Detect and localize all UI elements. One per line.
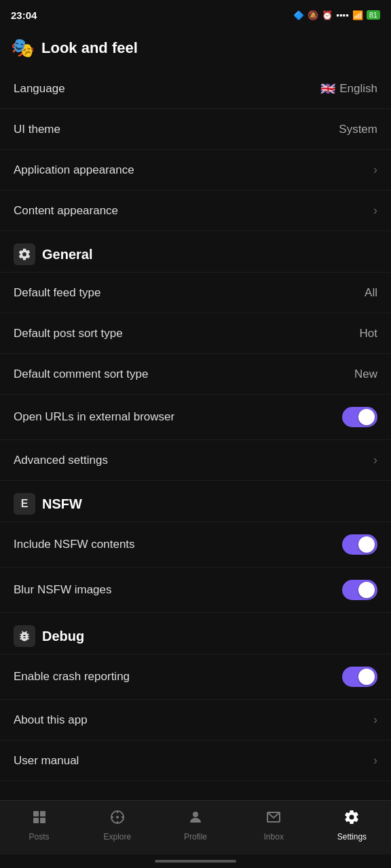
open-urls-row[interactable]: Open URLs in external browser [0,395,391,440]
settings-list: Language 🇬🇧 English UI theme System Appl… [0,68,391,800]
posts-label: Posts [29,832,50,842]
flag-icon: 🇬🇧 [320,81,335,96]
bottom-navigation: Posts Explore Profile [0,800,391,854]
open-urls-toggle[interactable] [342,407,377,427]
nsfw-section-icon: E [14,493,35,515]
nav-settings[interactable]: Settings [313,804,391,847]
default-feed-value: All [365,286,377,300]
crash-reporting-toggle[interactable] [342,667,377,687]
include-nsfw-toggle[interactable] [342,534,377,555]
default-post-sort-value: Hot [360,327,377,340]
profile-icon [187,809,204,829]
svg-rect-0 [33,811,39,816]
content-appearance-row[interactable]: Content appearance › [0,191,391,231]
include-nsfw-row[interactable]: Include NSFW contents [0,522,391,568]
ui-theme-value: System [339,123,377,136]
advanced-settings-label: Advanced settings [14,454,108,467]
about-app-label: About this app [14,713,88,727]
default-post-sort-label: Default post sort type [14,327,123,340]
home-bar [155,860,236,863]
alarm-icon: ⏰ [322,10,333,20]
app-appearance-row[interactable]: Application appearance › [0,150,391,191]
chevron-right-icon: › [373,753,377,768]
settings-icon [343,809,360,829]
status-bar: 23:04 🔷 🔕 ⏰ ▪▪▪▪ 📶 81 [0,0,391,30]
nsfw-section-header: E NSFW [0,481,391,522]
blur-nsfw-toggle[interactable] [342,580,377,600]
crash-reporting-row[interactable]: Enable crash reporting [0,654,391,700]
nav-profile[interactable]: Profile [156,804,234,847]
nsfw-section-title: NSFW [42,496,82,512]
blur-nsfw-label: Blur NSFW images [14,583,112,597]
wifi-icon: 📶 [352,10,363,20]
crash-reporting-label: Enable crash reporting [14,670,130,684]
ui-theme-label: UI theme [14,123,60,136]
home-indicator [0,854,391,868]
chevron-right-icon: › [373,453,377,467]
debug-section-icon [14,625,35,647]
default-post-sort-row[interactable]: Default post sort type Hot [0,313,391,354]
language-row[interactable]: Language 🇬🇧 English [0,68,391,109]
settings-label: Settings [337,832,367,842]
debug-section-title: Debug [42,629,84,644]
explore-icon [109,809,126,829]
svg-point-10 [193,812,198,817]
language-value: 🇬🇧 English [320,81,377,96]
chevron-right-icon: › [373,203,377,218]
svg-rect-2 [33,818,39,823]
nav-posts[interactable]: Posts [0,804,78,847]
nav-explore[interactable]: Explore [78,804,156,847]
about-app-row[interactable]: About this app › [0,700,391,741]
nav-inbox[interactable]: Inbox [235,804,313,847]
default-comment-sort-label: Default comment sort type [14,368,148,381]
look-and-feel-icon: 🎭 [11,37,35,59]
page-header: 🎭 Look and feel [0,30,391,68]
status-icons: 🔷 🔕 ⏰ ▪▪▪▪ 📶 81 [293,10,380,20]
mute-icon: 🔕 [308,10,318,20]
default-feed-row[interactable]: Default feed type All [0,273,391,313]
user-manual-row[interactable]: User manual › [0,741,391,781]
general-section-header: General [0,231,391,273]
default-comment-sort-row[interactable]: Default comment sort type New [0,354,391,395]
content-appearance-label: Content appearance [14,204,118,218]
battery-icon: 81 [367,10,380,20]
language-label: Language [14,82,65,96]
bluetooth-icon: 🔷 [293,10,304,20]
chevron-right-icon: › [373,713,377,727]
user-manual-label: User manual [14,754,79,768]
default-comment-sort-value: New [354,368,377,381]
ui-theme-row[interactable]: UI theme System [0,109,391,150]
app-appearance-label: Application appearance [14,163,134,177]
page-title: Look and feel [41,39,138,57]
posts-icon [31,809,48,829]
general-section-title: General [42,247,92,262]
include-nsfw-label: Include NSFW contents [14,538,135,551]
advanced-settings-row[interactable]: Advanced settings › [0,440,391,481]
profile-label: Profile [184,832,207,842]
open-urls-label: Open URLs in external browser [14,410,174,424]
status-time: 23:04 [11,9,37,21]
blur-nsfw-row[interactable]: Blur NSFW images [0,568,391,613]
chevron-right-icon: › [373,163,377,177]
signal-icon: ▪▪▪▪ [336,10,348,20]
general-section-icon [14,243,35,265]
default-feed-label: Default feed type [14,286,101,300]
svg-point-5 [117,816,118,818]
svg-rect-3 [40,818,45,823]
debug-section-header: Debug [0,613,391,654]
explore-label: Explore [103,832,131,842]
inbox-icon [265,809,282,829]
svg-rect-1 [40,811,45,816]
inbox-label: Inbox [264,832,284,842]
